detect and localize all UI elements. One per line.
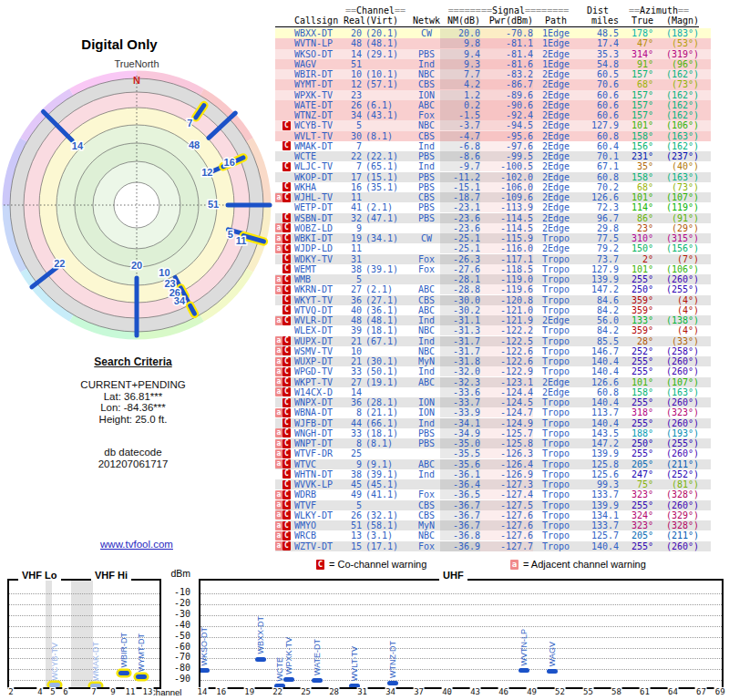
channel-tick-label: 31 xyxy=(356,687,368,696)
cell-network: NBC xyxy=(413,530,440,540)
co-channel-warning-marker: C xyxy=(282,459,291,468)
signal-bar xyxy=(387,681,398,685)
cell-real-channel: 21 xyxy=(344,336,362,346)
cell-path: Tropo xyxy=(535,469,577,479)
cell-distance: 133.7 xyxy=(577,520,619,530)
cell-path: Tropo xyxy=(535,366,577,376)
cell-path: 2Edge xyxy=(535,202,577,212)
cell-true-azimuth: 101° xyxy=(619,120,653,130)
cell-noise-margin: -36.8 xyxy=(440,530,480,540)
cell-distance: 140.4 xyxy=(577,418,619,428)
cell-virtual-channel: (22.1) xyxy=(365,151,407,161)
cell-magnetic-azimuth: (258°) xyxy=(653,346,699,356)
cell-true-azimuth: 323° xyxy=(619,520,653,530)
cell-path: Tropo xyxy=(535,305,577,315)
cell-callsign: WLKY-DT xyxy=(294,510,344,520)
cell-true-azimuth: 68° xyxy=(619,182,653,192)
cell-real-channel: 36 xyxy=(344,295,362,305)
cell-power: -81.1 xyxy=(480,38,533,48)
radar-channel-label: 34 xyxy=(174,295,186,306)
cell-path: 2Edge xyxy=(535,213,577,223)
cell-path: 2Edge xyxy=(535,151,577,161)
station-table: ==Channel== ========Signal======== Dist … xyxy=(275,5,711,551)
search-criteria-heading: Search Criteria xyxy=(42,355,224,368)
cell-true-azimuth: 28° xyxy=(619,336,653,346)
cell-path: 2Edge xyxy=(535,172,577,182)
cell-path: Tropo xyxy=(535,459,577,469)
dbm-axis-label: dBm xyxy=(167,568,190,579)
cell-magnetic-azimuth: (73°) xyxy=(653,79,699,89)
cell-virtual-channel: (34.1) xyxy=(365,233,407,243)
channel-tick-label: 49 xyxy=(526,687,538,696)
cell-noise-margin: 7.7 xyxy=(440,69,480,79)
cell-callsign: WMYO xyxy=(294,520,344,530)
cell-distance: 77.5 xyxy=(577,233,619,243)
co-channel-warning-marker xyxy=(282,131,291,140)
cell-power: -115.9 xyxy=(480,233,533,243)
cell-network: MyN xyxy=(413,356,440,366)
cell-path: 2Edge xyxy=(535,79,577,89)
cell-true-azimuth: 188° xyxy=(619,428,653,438)
cell-power: -126.4 xyxy=(480,459,533,469)
cell-true-azimuth: 255° xyxy=(619,366,653,376)
cell-network: NBC xyxy=(413,120,440,130)
co-channel-warning-marker xyxy=(282,100,291,109)
cell-power: -127.6 xyxy=(480,510,533,520)
radar-channel-label: 10 xyxy=(159,267,169,278)
cell-callsign: WNGH-DT xyxy=(294,428,344,438)
cell-true-azimuth: 86° xyxy=(619,213,653,223)
cell-path: 1Edge xyxy=(535,38,577,48)
co-channel-warning-marker: C xyxy=(282,439,291,448)
cell-power: -123.1 xyxy=(480,377,533,387)
table-row: CWNPX-DT36(28.1)ION-33.7-124.5Tropo140.4… xyxy=(275,397,711,407)
dbm-gridline xyxy=(200,615,722,616)
cell-true-azimuth: 178° xyxy=(619,28,653,38)
radar-title: Digital Only xyxy=(28,36,210,52)
cell-magnetic-azimuth: (40°) xyxy=(653,161,699,171)
cell-noise-margin: -35.6 xyxy=(440,459,480,469)
tvfool-link[interactable]: www.tvfool.com xyxy=(46,539,228,550)
cell-noise-margin: -36.7 xyxy=(440,520,480,530)
co-channel-warning-marker: C xyxy=(282,346,291,355)
cell-virtual-channel: (32.1) xyxy=(365,510,407,520)
cell-magnetic-azimuth: (260°) xyxy=(653,397,699,407)
header-azimuth-group: ==Azimuth== xyxy=(619,5,699,15)
co-channel-warning-marker: C xyxy=(282,295,291,304)
cell-path: Tropo xyxy=(535,356,577,366)
cell-callsign: WCTE xyxy=(294,151,344,161)
cell-real-channel: 11 xyxy=(344,243,362,253)
cell-magnetic-azimuth: (162°) xyxy=(653,100,699,110)
adjacent-warning-marker xyxy=(275,182,282,191)
col-netwk: Netwk xyxy=(413,15,440,26)
dbm-gridline xyxy=(200,593,722,594)
cell-virtual-channel: (66.1) xyxy=(365,418,407,428)
cell-true-azimuth: 310° xyxy=(619,233,653,243)
cell-true-azimuth: 231° xyxy=(619,151,653,161)
cell-path: Tropo xyxy=(535,397,577,407)
cell-callsign: WVVK-LP xyxy=(294,479,344,489)
signal-bar xyxy=(547,669,558,674)
cell-virtual-channel: (36.1) xyxy=(365,305,407,315)
cell-callsign: WDKY-TV xyxy=(294,254,344,264)
cell-virtual-channel: (20.1) xyxy=(365,28,407,38)
table-row: WBXX-DT20(20.1)CW20.0-70.81Edge48.5178°(… xyxy=(275,28,711,38)
cell-network: CBS xyxy=(413,79,440,89)
channel-tick-label: 7 xyxy=(90,687,97,696)
cell-true-azimuth: 156° xyxy=(619,141,653,151)
adjacent-warning-marker: a xyxy=(275,510,282,520)
adjacent-warning-marker xyxy=(275,111,282,120)
col-true: True xyxy=(619,15,653,26)
cell-power: -95.6 xyxy=(480,131,533,141)
dbm-gridline xyxy=(9,615,159,616)
cell-magnetic-azimuth: (33°) xyxy=(653,336,699,346)
cell-magnetic-azimuth: (4°) xyxy=(653,295,699,305)
station-bar-label: WATE-DT xyxy=(313,639,322,675)
cell-true-azimuth: 157° xyxy=(619,90,653,100)
cell-distance: 60.6 xyxy=(577,110,619,120)
cell-noise-margin: -18.7 xyxy=(440,192,480,202)
dbm-tick-label: -50 xyxy=(167,631,190,641)
cell-network: Ind xyxy=(413,418,440,428)
cell-noise-margin: -31.7 xyxy=(440,336,480,346)
channel-tick-label: 58 xyxy=(611,687,622,696)
cell-path: 2Edge xyxy=(535,182,577,192)
